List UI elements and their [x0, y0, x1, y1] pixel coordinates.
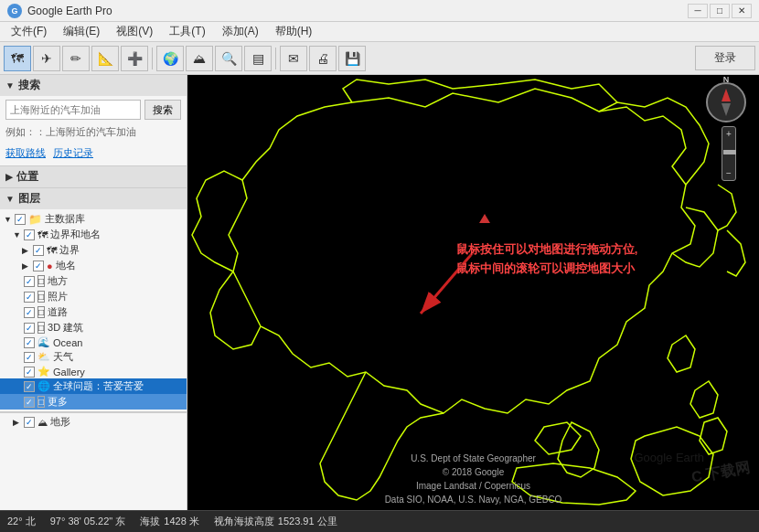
menu-view[interactable]: 视图(V) — [109, 22, 160, 41]
layer-type-icon: 🗺 — [37, 229, 48, 240]
expand-icon: ▶ — [22, 261, 31, 271]
layer-label: 边界和地名 — [50, 228, 101, 241]
toolbar-terrain-btn[interactable]: ⛰ — [186, 46, 213, 71]
layer-road[interactable]: □ 道路 — [0, 304, 187, 320]
close-button[interactable]: ✕ — [732, 4, 752, 18]
toolbar-sep-1 — [152, 48, 153, 69]
toolbar-sep-2 — [275, 48, 276, 69]
search-input[interactable] — [5, 100, 141, 120]
layer-checkbox[interactable] — [24, 337, 35, 348]
location-arrow-icon: ▶ — [5, 172, 13, 182]
watermark-2: Google Earth — [634, 451, 704, 464]
route-link[interactable]: 获取路线 — [5, 146, 46, 160]
search-arrow-icon: ▼ — [5, 80, 15, 90]
zoom-handle[interactable] — [723, 150, 736, 154]
layer-checkbox[interactable] — [24, 323, 35, 334]
location-section: ▶ 位置 — [0, 166, 187, 188]
terrain-item[interactable]: ▶ ⛰ 地形 — [0, 413, 187, 431]
toolbar-email-btn[interactable]: ✉ — [280, 46, 307, 71]
terrain-checkbox[interactable] — [24, 417, 35, 428]
gallery-icon: ⭐ — [37, 366, 50, 378]
folder-icon: 📁 — [28, 213, 42, 226]
menu-add[interactable]: 添加(A) — [215, 22, 266, 41]
location-header[interactable]: ▶ 位置 — [0, 166, 187, 187]
tooltip-line1: 鼠标按住可以对地图进行拖动方位, — [456, 240, 638, 260]
layer-checkbox[interactable] — [33, 261, 44, 271]
layer-checkbox[interactable] — [15, 214, 26, 225]
toolbar: 🗺 ✈ ✏ 📐 ➕ 🌍 ⛰ 🔍 ▤ ✉ 🖨 💾 登录 — [0, 42, 759, 75]
layer-label: 更多 — [48, 395, 68, 409]
elevation-value: 1428 米 — [164, 515, 199, 528]
history-link[interactable]: 历史记录 — [53, 146, 93, 160]
menu-edit[interactable]: 编辑(E) — [56, 22, 107, 41]
toolbar-earth-btn[interactable]: 🌍 — [156, 46, 184, 71]
dot-icon: ● — [47, 261, 53, 271]
layer-label: 主数据库 — [45, 212, 85, 226]
toolbar-measure-btn[interactable]: 📐 — [91, 46, 119, 71]
layer-checkbox[interactable] — [24, 352, 35, 363]
more-icon: □ — [37, 396, 45, 408]
zoom-slider[interactable]: + − — [722, 126, 736, 181]
layer-gallery[interactable]: ⭐ Gallery — [0, 365, 187, 378]
layer-checkbox[interactable]: ✓ — [24, 397, 35, 408]
toolbar-print-btn[interactable]: 🖨 — [309, 46, 337, 71]
map-marker — [479, 214, 490, 223]
credit-line3: Image Landsat / Copernicus — [385, 479, 562, 493]
app-icon: G — [7, 4, 22, 18]
layer-weather[interactable]: ⛅ 天气 — [0, 349, 187, 365]
toolbar-add-btn[interactable]: ➕ — [121, 46, 148, 71]
layer-main-db[interactable]: ▼ 📁 主数据库 — [0, 211, 187, 227]
app-title: Google Earth Pro — [27, 5, 112, 17]
menu-file[interactable]: 文件(F) — [4, 22, 54, 41]
search-button[interactable]: 搜索 — [144, 100, 181, 120]
toolbar-save-btn[interactable]: 💾 — [338, 46, 366, 71]
compass-circle[interactable]: N — [706, 82, 746, 122]
layer-ocean[interactable]: 🌊 Ocean — [0, 335, 187, 349]
search-hint: 例如：：上海附近的汽车加油 — [0, 123, 187, 143]
layer-label: 边界 — [59, 243, 80, 257]
layer-checkbox[interactable] — [24, 276, 35, 287]
expand-icon: ▼ — [4, 215, 13, 224]
main-layout: ▼ 搜索 搜索 例如：：上海附近的汽车加油 获取路线 历史记录 ▶ 位置 ▼ — [0, 75, 759, 510]
lng-value: 97° 38' 05.22" 东 — [50, 515, 126, 528]
global-icon: 🌐 — [37, 380, 50, 392]
square-icon: □ — [37, 291, 45, 303]
layer-checkbox[interactable] — [33, 245, 44, 256]
toolbar-nav-btn[interactable]: 🗺 — [4, 46, 31, 71]
menu-help[interactable]: 帮助(H) — [268, 22, 320, 41]
compass-south-arrow — [722, 103, 731, 116]
square-icon: □ — [37, 306, 45, 318]
layer-photo[interactable]: □ 照片 — [0, 289, 187, 304]
maximize-button[interactable]: □ — [710, 4, 730, 18]
layers-header[interactable]: ▼ 图层 — [0, 188, 187, 209]
layer-checkbox[interactable]: ✓ — [24, 381, 35, 392]
layer-place-name[interactable]: ▶ ● 地名 — [0, 258, 187, 273]
layer-checkbox[interactable] — [24, 229, 35, 240]
menu-tools[interactable]: 工具(T) — [162, 22, 212, 41]
layer-borders[interactable]: ▼ 🗺 边界和地名 — [0, 227, 187, 242]
layer-checkbox[interactable] — [24, 367, 35, 378]
layer-3d-building[interactable]: □ 3D 建筑 — [0, 320, 187, 335]
map-area[interactable]: 鼠标按住可以对地图进行拖动方位, 鼠标中间的滚轮可以调控地图大小 N + − U… — [187, 75, 759, 510]
layer-type-icon: 🗺 — [47, 245, 57, 256]
layer-checkbox[interactable] — [24, 292, 35, 303]
search-header[interactable]: ▼ 搜索 — [0, 75, 187, 96]
layer-more[interactable]: ✓ □ 更多 — [0, 394, 187, 410]
window-controls: ─ □ ✕ — [688, 4, 752, 18]
status-eye-alt: 视角海拔高度 1523.91 公里 — [214, 515, 337, 528]
credit-line4: Data SIO, NOAA, U.S. Navy, NGA, GEBCO — [385, 493, 562, 506]
layer-place[interactable]: □ 地方 — [0, 273, 187, 289]
login-button[interactable]: 登录 — [695, 46, 755, 70]
layer-global[interactable]: ✓ 🌐 全球问题：苦爱苦爱 — [0, 378, 187, 394]
toolbar-draw-btn[interactable]: ✏ — [62, 46, 90, 71]
minimize-button[interactable]: ─ — [688, 4, 708, 18]
layer-label: 地名 — [56, 259, 76, 272]
toolbar-search-btn[interactable]: 🔍 — [215, 46, 242, 71]
terrain-label: 地形 — [50, 415, 70, 429]
toolbar-sidebar-btn[interactable]: ▤ — [244, 46, 272, 71]
toolbar-fly-btn[interactable]: ✈ — [33, 46, 60, 71]
layers-arrow-icon: ▼ — [5, 194, 15, 204]
status-bar: 22° 北 97° 38' 05.22" 东 海拔 1428 米 视角海拔高度 … — [0, 510, 759, 532]
layer-border[interactable]: ▶ 🗺 边界 — [0, 242, 187, 258]
layer-checkbox[interactable] — [24, 307, 35, 318]
